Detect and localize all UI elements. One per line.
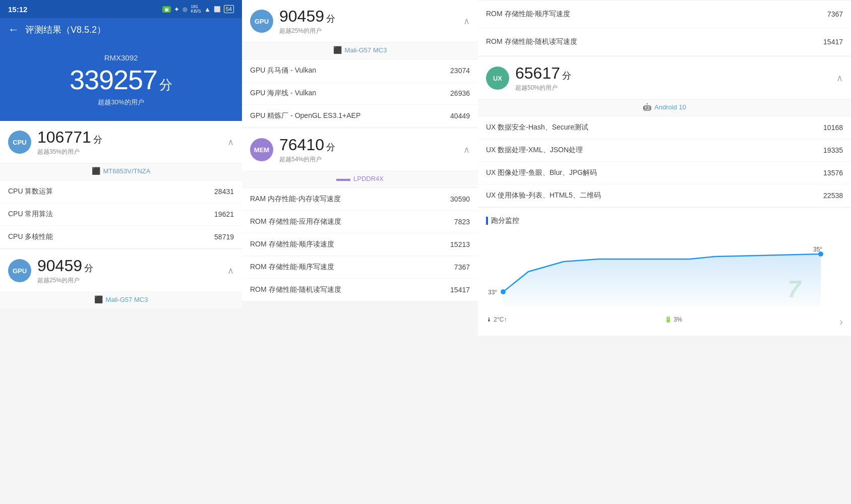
svg-text:33°: 33°: [488, 289, 497, 296]
gpu-sub-score-2: 40449: [450, 112, 470, 120]
cpu-sub-score-0: 28431: [214, 187, 234, 196]
status-bar: 15:12 ▣ ✦ ◎ 181KB/S ▲ ⬜ 54: [0, 0, 242, 18]
gpu-chip-label-left: ⬛ Mali-G57 MC3: [0, 292, 242, 308]
gpu-expand-icon-left[interactable]: ∧: [227, 265, 234, 276]
gpu-chip-icon-left: ⬛: [94, 295, 103, 303]
table-row: ROM 存储性能-随机读写速度 15417: [478, 28, 851, 56]
cpu-score: 106771: [37, 128, 91, 146]
ux-sub-items: UX 数据安全-Hash、Secure测试 10168 UX 数据处理-XML、…: [478, 116, 851, 207]
cpu-chip-name: MT6853V/TNZA: [103, 167, 151, 175]
gpu-score-middle: 90459: [279, 7, 324, 25]
chart-title-text: 跑分监控: [491, 216, 519, 225]
gpu-badge-middle: GPU: [250, 10, 273, 33]
battery-icon: 54: [224, 5, 234, 13]
phone-panel: 15:12 ▣ ✦ ◎ 181KB/S ▲ ⬜ 54 ← 评测结果（V8.5.2…: [0, 0, 242, 504]
mem-sub-items: RAM 内存性能-内存读写速度 30590 ROM 存储性能-应用存储速度 78…: [242, 187, 478, 301]
cpu-chip-label: ⬛ MT6853V/TNZA: [0, 163, 242, 180]
watermark: 7: [787, 277, 828, 309]
mem-expand-icon[interactable]: ∧: [463, 144, 470, 155]
android-chip-icon: 🤖: [643, 103, 651, 111]
cpu-expand-icon[interactable]: ∧: [227, 137, 234, 148]
gpu-card-left: GPU 90459 分 超越25%的用户 ∧ ⬛ Mali-G57 MC3: [0, 249, 242, 308]
rom-top-card: ROM 存储性能-顺序写速度 7367 ROM 存储性能-随机读写速度 1541…: [478, 0, 851, 56]
wifi-icon: ▲: [204, 6, 211, 13]
table-row: CPU 常用算法 19621: [0, 203, 242, 226]
cpu-sub-label-2: CPU 多核性能: [8, 232, 53, 241]
status-icons: ▣ ✦ ◎ 181KB/S ▲ ⬜ 54: [162, 5, 234, 14]
gpu-percentile-left: 超越25%的用户: [37, 276, 221, 285]
status-time: 15:12: [8, 5, 27, 14]
gpu-sub-items-middle: GPU 兵马俑 - Vulkan 23074 GPU 海岸线 - Vulkan …: [242, 59, 478, 128]
right-panel: ROM 存储性能-顺序写速度 7367 ROM 存储性能-随机读写速度 1541…: [478, 0, 851, 504]
mem-score: 76410: [279, 136, 324, 154]
cpu-sub-score-2: 58719: [214, 233, 234, 241]
gpu-sub-label-0: GPU 兵马俑 - Vulkan: [250, 66, 316, 75]
mem-badge: MEM: [250, 138, 273, 161]
svg-text:7: 7: [787, 277, 802, 302]
gpu-sub-label-1: GPU 海岸线 - Vulkan: [250, 89, 316, 98]
mem-score-block: 76410 分 超越54%的用户: [279, 136, 457, 164]
gpu-badge-left: GPU: [8, 259, 31, 282]
gpu-chip-icon-middle: ⬛: [333, 46, 342, 54]
battery-value: 3%: [674, 316, 682, 323]
cpu-sub-score-1: 19621: [214, 210, 234, 218]
mem-header[interactable]: MEM 76410 分 超越54%的用户 ∧: [242, 129, 478, 171]
gpu-sub-label-2: GPU 精炼厂 - OpenGL ES3.1+AEP: [250, 111, 360, 120]
temp-bottom: 🌡 2°C↑: [486, 316, 507, 328]
table-row: UX 数据处理-XML、JSON处理 19335: [478, 139, 851, 162]
cpu-card: CPU 106771 分 超越35%的用户 ∧ ⬛ MT6853V/TNZA C…: [0, 121, 242, 248]
gpu-card-middle-top: GPU 90459 分 超越25%的用户 ∧ ⬛ Mali-G57 MC3 GP…: [242, 0, 478, 128]
table-row: ROM 存储性能-随机读写速度 15417: [242, 279, 478, 301]
gpu-header-left[interactable]: GPU 90459 分 超越25%的用户 ∧: [0, 249, 242, 292]
thermometer-icon: 🌡: [486, 316, 492, 323]
gpu-score-left: 90459: [37, 257, 82, 275]
ux-chip-label: 🤖 Android 10: [478, 99, 851, 116]
mem-chip-icon: ▬▬: [336, 174, 350, 182]
mem-chip-name: LPDDR4X: [353, 175, 384, 182]
cpu-sub-items: CPU 算数运算 28431 CPU 常用算法 19621 CPU 多核性能 5…: [0, 180, 242, 248]
table-row: CPU 多核性能 58719: [0, 226, 242, 248]
gpu-header-middle[interactable]: GPU 90459 分 超越25%的用户 ∧: [242, 0, 478, 42]
brand-watermark: 7: [787, 277, 828, 307]
ux-score: 65617: [515, 64, 560, 82]
gpu-chip-label-middle: ⬛ Mali-G57 MC3: [242, 42, 478, 59]
table-row: GPU 精炼厂 - OpenGL ES3.1+AEP 40449: [242, 105, 478, 128]
back-button[interactable]: ←: [8, 23, 19, 36]
cpu-sub-label-1: CPU 常用算法: [8, 210, 53, 219]
results-list: CPU 106771 分 超越35%的用户 ∧ ⬛ MT6853V/TNZA C…: [0, 121, 242, 504]
chart-container: 33° 35° 7: [486, 231, 843, 312]
mem-chip-label: ▬▬ LPDDR4X: [242, 171, 478, 187]
nav-right-icon[interactable]: ›: [839, 316, 843, 328]
table-row: UX 图像处理-鱼眼、Blur、JPG解码 13576: [478, 162, 851, 184]
table-row: GPU 兵马俑 - Vulkan 23074: [242, 59, 478, 82]
signal-icon: ◎: [183, 6, 188, 13]
table-row: ROM 存储性能-顺序写速度 7367: [478, 1, 851, 28]
gpu-expand-icon-middle[interactable]: ∧: [463, 16, 470, 27]
cpu-unit: 分: [93, 135, 102, 145]
total-percentile: 超越30%的用户: [8, 98, 234, 107]
page-title: 评测结果（V8.5.2）: [25, 24, 106, 36]
chart-bottom-info: 🌡 2°C↑ 🔋 3% ›: [486, 316, 843, 328]
svg-point-0: [501, 289, 506, 294]
device-name: RMX3092: [8, 53, 234, 62]
gpu-unit-left: 分: [84, 263, 93, 273]
cpu-percentile: 超越35%的用户: [37, 148, 221, 156]
chart-title: 跑分监控: [486, 216, 843, 225]
ux-chip-name: Android 10: [654, 103, 686, 111]
gpu-score-block-left: 90459 分 超越25%的用户: [37, 257, 221, 285]
ux-header[interactable]: UX 65617 分 超越50%的用户 ∧: [478, 57, 851, 99]
cpu-sub-label-0: CPU 算数运算: [8, 187, 53, 196]
android-icon: ▣: [162, 6, 171, 13]
cpu-header[interactable]: CPU 106771 分 超越35%的用户 ∧: [0, 121, 242, 163]
gpu-sub-score-1: 26936: [450, 89, 470, 97]
screen-icon: ⬜: [214, 6, 221, 13]
table-row: CPU 算数运算 28431: [0, 180, 242, 203]
data-speed: 181KB/S: [191, 5, 201, 14]
gpu-percentile-middle: 超越25%的用户: [279, 27, 457, 35]
nav-bar: ← 评测结果（V8.5.2）: [0, 18, 242, 41]
table-row: ROM 存储性能-顺序写速度 7367: [242, 256, 478, 279]
table-row: UX 数据安全-Hash、Secure测试 10168: [478, 116, 851, 139]
ux-expand-icon[interactable]: ∧: [836, 73, 843, 84]
bluetooth-icon: ✦: [174, 6, 179, 13]
cpu-chip-icon: ⬛: [92, 167, 100, 175]
